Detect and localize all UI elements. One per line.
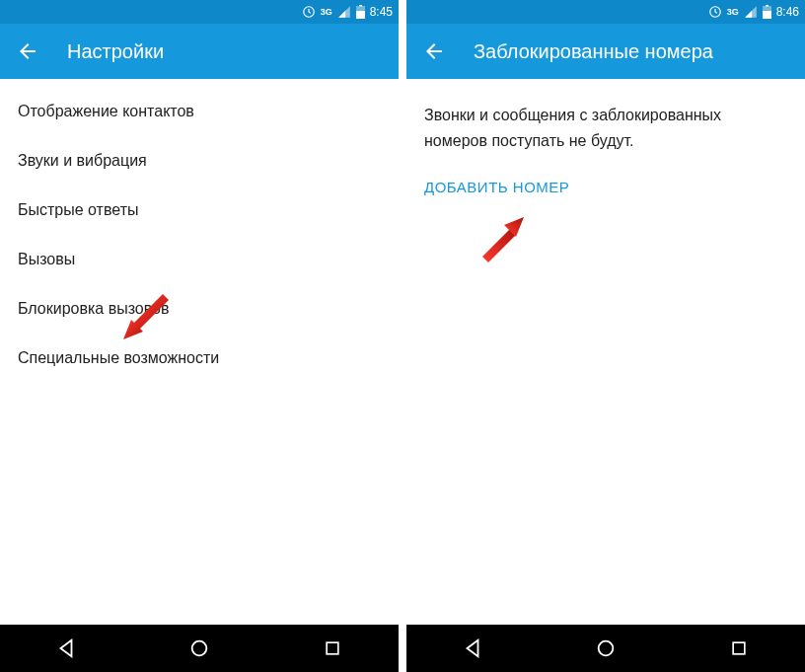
battery-icon xyxy=(763,5,771,19)
nav-bar xyxy=(406,625,805,672)
app-bar: Настройки xyxy=(0,24,399,79)
nav-home-button[interactable] xyxy=(170,629,229,668)
signal-icon xyxy=(744,5,758,19)
svg-point-4 xyxy=(192,641,207,656)
back-button[interactable] xyxy=(16,39,39,63)
nav-home-button[interactable] xyxy=(576,629,635,668)
network-label: 3G xyxy=(321,7,332,17)
item-calls[interactable]: Вызовы xyxy=(0,235,399,284)
annotation-arrow-icon xyxy=(471,207,530,266)
network-label: 3G xyxy=(727,7,739,17)
page-title: Заблокированные номера xyxy=(474,40,713,63)
svg-rect-5 xyxy=(327,642,338,654)
status-bar: 3G 8:46 xyxy=(406,0,805,24)
page-title: Настройки xyxy=(67,40,164,63)
sync-icon xyxy=(708,5,722,19)
phone-right-blocked-numbers: 3G 8:46 Заблокированные номера Звонки и … xyxy=(406,0,805,672)
sync-icon xyxy=(302,5,316,19)
item-quick-replies[interactable]: Быстрые ответы xyxy=(0,186,399,235)
svg-rect-2 xyxy=(356,11,365,19)
svg-rect-9 xyxy=(766,5,768,7)
status-time: 8:46 xyxy=(776,5,799,19)
settings-list: Отображение контактов Звуки и вибрация Б… xyxy=(0,79,399,625)
svg-rect-3 xyxy=(359,5,362,7)
item-accessibility[interactable]: Специальные возможности xyxy=(0,334,399,383)
signal-icon xyxy=(337,5,351,19)
nav-recent-button[interactable] xyxy=(709,629,768,668)
nav-bar xyxy=(0,625,399,672)
nav-back-button[interactable] xyxy=(37,629,96,668)
nav-recent-button[interactable] xyxy=(303,629,362,668)
blocked-content: Звонки и сообщения с заблокированных ном… xyxy=(406,79,805,625)
svg-rect-11 xyxy=(733,642,745,654)
status-bar: 3G 8:45 xyxy=(0,0,399,24)
svg-point-10 xyxy=(599,641,614,656)
back-button[interactable] xyxy=(422,39,446,63)
status-time: 8:45 xyxy=(370,5,393,19)
blocked-description: Звонки и сообщения с заблокированных ном… xyxy=(406,87,805,161)
add-number-button[interactable]: ДОБАВИТЬ НОМЕР xyxy=(406,161,805,213)
item-contacts-display[interactable]: Отображение контактов xyxy=(0,87,399,136)
item-call-blocking[interactable]: Блокировка вызовов xyxy=(0,284,399,334)
item-sounds-vibration[interactable]: Звуки и вибрация xyxy=(0,136,399,186)
nav-back-button[interactable] xyxy=(443,629,502,668)
app-bar: Заблокированные номера xyxy=(406,24,805,79)
battery-icon xyxy=(356,5,365,19)
phone-left-settings: 3G 8:45 Настройки Отображение контактов … xyxy=(0,0,399,672)
svg-rect-8 xyxy=(763,11,771,19)
